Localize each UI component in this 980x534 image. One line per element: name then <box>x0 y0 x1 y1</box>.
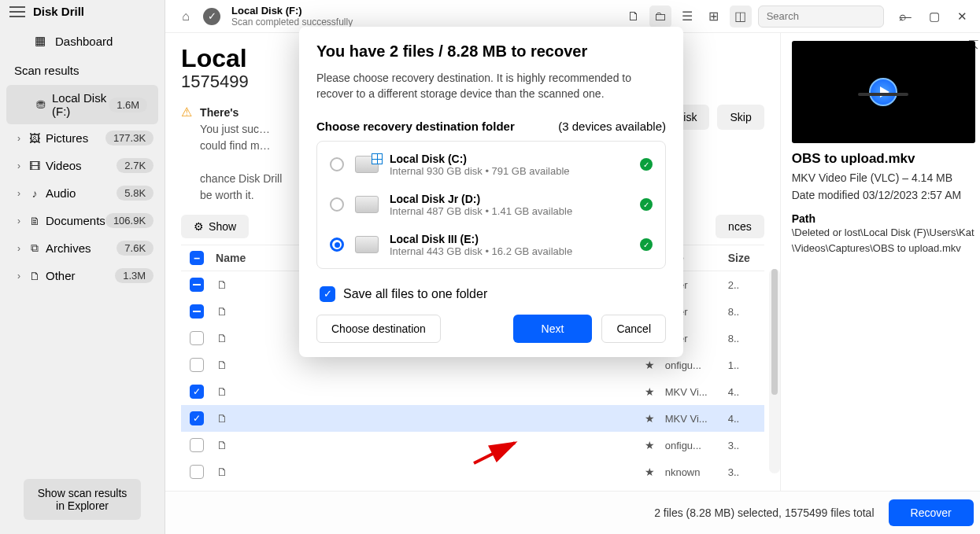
row-checkbox[interactable] <box>190 438 204 452</box>
hamburger-icon[interactable] <box>9 6 25 17</box>
count-badge: 2.7K <box>116 158 153 173</box>
preview-modified: Date modified 03/12/2023 2:57 AM <box>792 189 975 201</box>
home-icon[interactable]: ⌂ <box>175 6 197 28</box>
show-in-explorer-button[interactable]: Show scan results in Explorer <box>24 479 141 520</box>
recovery-chances-button[interactable]: nces <box>716 215 764 238</box>
scan-results-header: Scan results <box>0 59 165 85</box>
file-icon: 🗋 <box>213 439 231 451</box>
save-all-checkbox[interactable]: ✓ <box>320 286 335 302</box>
sidebar-item-label: Local Disk (F:) <box>52 91 109 118</box>
sidebar-item-videos[interactable]: › 🎞 Videos 2.7K <box>0 152 165 179</box>
topbar-subtitle: Scan completed successfully <box>231 17 616 28</box>
show-filter-button[interactable]: ⚙Show <box>181 215 249 238</box>
preview-filetype: MKV Video File (VLC) – 4.14 MB <box>792 171 975 184</box>
sidebar-item-archives[interactable]: › ⧉ Archives 7.6K <box>0 234 165 262</box>
drive-info: Internal 487 GB disk • 1.41 GB available <box>390 205 629 217</box>
row-checkbox[interactable] <box>190 411 204 425</box>
row-checkbox[interactable] <box>190 358 204 372</box>
warn-body: You just suc…could find m… <box>200 123 270 152</box>
star-icon[interactable]: ★ <box>645 439 662 451</box>
skip-button[interactable]: Skip <box>717 105 764 130</box>
search-box[interactable]: ⌕ <box>758 6 884 28</box>
search-input[interactable] <box>767 10 899 22</box>
radio-button[interactable] <box>330 157 344 171</box>
row-name <box>231 278 278 291</box>
count-badge: 1.6M <box>109 98 147 112</box>
grid-scrollbar[interactable] <box>769 269 780 473</box>
count-badge: 7.6K <box>116 241 153 256</box>
drive-info: Internal 443 GB disk • 16.2 GB available <box>390 245 629 257</box>
row-size: 8.. <box>725 326 764 351</box>
destination-row[interactable]: Local Disk III (E:) Internal 443 GB disk… <box>317 225 665 265</box>
sidebar-item-other[interactable]: › 🗋 Other 1.3M <box>0 262 165 289</box>
recover-button[interactable]: Recover <box>889 499 974 526</box>
sidebar-item-audio[interactable]: › ♪ Audio 5.8K <box>0 179 165 207</box>
chevron-right-icon: › <box>14 160 24 171</box>
table-row[interactable]: 🗋 ★ MKV Vi... 4.. <box>181 405 764 432</box>
row-type: onfigu... <box>662 433 725 458</box>
row-size: 3.. <box>725 433 764 458</box>
table-row[interactable]: 🗋 ★ MKV Vi... 4.. <box>181 378 764 405</box>
chevron-right-icon: › <box>14 215 24 226</box>
sidebar-item-local-disk[interactable]: ⛃ Local Disk (F:) 1.6M <box>6 85 158 124</box>
col-name[interactable]: Name <box>213 245 276 271</box>
sidebar: Disk Drill ▦ Dashboard Scan results ⛃ Lo… <box>0 0 165 534</box>
warn-title: There's <box>200 106 239 119</box>
table-row[interactable]: 🗋 ★ onfigu... 3.. <box>181 432 764 459</box>
save-all-label: Save all files to one folder <box>343 287 487 301</box>
minimize-icon[interactable]: — <box>900 9 912 24</box>
chances-label: nces <box>728 220 752 233</box>
sidebar-item-pictures[interactable]: › 🖼 Pictures 177.3K <box>0 124 165 152</box>
row-checkbox[interactable] <box>190 331 204 345</box>
audio-icon: ♪ <box>24 187 46 200</box>
row-checkbox[interactable] <box>190 465 204 479</box>
grid-view-icon[interactable]: ⊞ <box>703 6 725 28</box>
file-view-icon[interactable]: 🗋 <box>623 6 645 28</box>
dashboard-label: Dashboard <box>55 35 113 48</box>
sliders-icon: ⚙ <box>194 220 204 233</box>
file-icon: 🗋 <box>213 466 231 478</box>
table-row[interactable]: 🗋 ★ nknown 3.. <box>181 459 764 485</box>
star-icon[interactable]: ★ <box>645 359 662 371</box>
document-icon: 🗎 <box>24 215 46 227</box>
select-all-checkbox[interactable]: – <box>190 251 204 265</box>
row-checkbox[interactable] <box>190 278 204 292</box>
star-icon[interactable]: ★ <box>645 412 662 425</box>
row-name <box>231 359 278 371</box>
row-name <box>231 466 278 478</box>
sidebar-item-label: Videos <box>46 159 116 172</box>
list-view-icon[interactable]: ☰ <box>676 6 698 28</box>
play-icon[interactable] <box>869 78 897 106</box>
drive-name: Local Disk III (E:) <box>390 233 629 245</box>
maximize-icon[interactable]: ▢ <box>929 9 940 24</box>
star-icon[interactable]: ★ <box>645 385 662 398</box>
footer: 2 files (8.28 MB) selected, 1575499 file… <box>165 491 980 534</box>
close-icon[interactable]: ✕ <box>957 9 967 24</box>
dialog-title: You have 2 files / 8.28 MB to recover <box>316 42 666 61</box>
table-row[interactable]: 🗋 Cookies ★ Unknown 0.. <box>181 485 764 491</box>
sidebar-dashboard[interactable]: ▦ Dashboard <box>0 23 165 59</box>
radio-button[interactable] <box>330 197 344 212</box>
topbar-title: Local Disk (F:) <box>231 5 616 17</box>
folder-view-icon[interactable]: 🗀 <box>649 6 671 28</box>
chevron-right-icon: › <box>14 243 24 254</box>
drive-icon <box>355 156 379 173</box>
row-size: 8.. <box>725 300 764 324</box>
sidebar-item-documents[interactable]: › 🗎 Documents 106.9K <box>0 207 165 234</box>
row-checkbox[interactable] <box>190 385 204 399</box>
path-label: Path <box>792 212 975 225</box>
radio-button[interactable] <box>330 238 344 252</box>
row-size: 4.. <box>725 380 764 404</box>
destination-row[interactable]: Local Disk Jr (D:) Internal 487 GB disk … <box>317 185 665 225</box>
choose-destination-button[interactable]: Choose destination <box>316 315 441 343</box>
cancel-button[interactable]: Cancel <box>601 315 666 343</box>
choose-label: Choose recovery destination folder <box>316 120 515 133</box>
star-icon[interactable]: ★ <box>645 466 662 478</box>
drive-name: Local Disk (C:) <box>390 153 629 165</box>
row-checkbox[interactable] <box>190 304 204 319</box>
destination-row[interactable]: Local Disk (C:) Internal 930 GB disk • 7… <box>317 145 665 185</box>
col-size[interactable]: Size <box>725 245 764 271</box>
video-preview[interactable] <box>792 41 975 143</box>
next-button[interactable]: Next <box>513 315 593 343</box>
panel-view-icon[interactable]: ◫ <box>730 6 752 28</box>
